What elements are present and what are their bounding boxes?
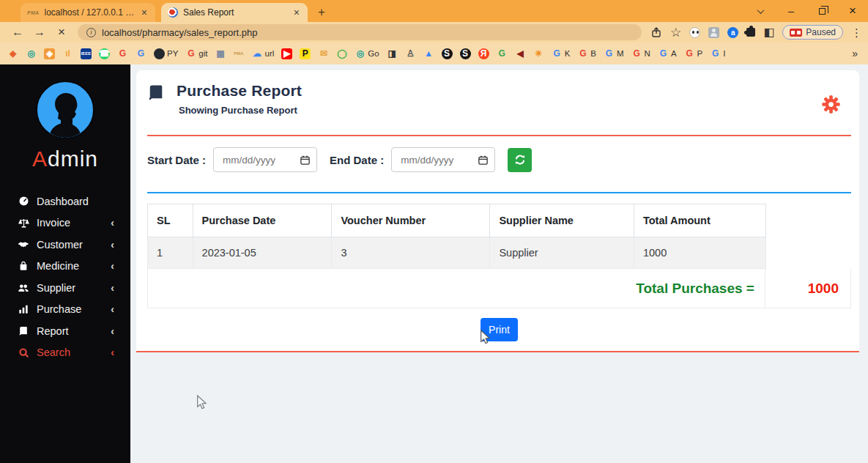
- bookmark-item[interactable]: IEEE: [81, 48, 92, 59]
- sidebar-item-invoice[interactable]: Invoice ‹: [16, 212, 130, 234]
- tab-title: localhost / 127.0.0.1 / pharmacy: [44, 7, 134, 18]
- bookmark-item[interactable]: ◯: [336, 48, 347, 59]
- sidebar-item-purchase[interactable]: Purchase ‹: [16, 299, 130, 321]
- sidebar-item-report[interactable]: Report ‹: [16, 320, 130, 342]
- bookmark-label: PY: [167, 49, 178, 58]
- col-header-voucher-number: Voucher Number: [332, 204, 490, 237]
- bookmark-label: P: [697, 49, 703, 58]
- bookmark-favicon: G: [710, 48, 721, 59]
- bookmark-item[interactable]: ◀: [515, 48, 526, 59]
- bookmark-item[interactable]: G: [117, 48, 128, 59]
- bookmark-item[interactable]: S: [442, 48, 453, 59]
- bookmark-favicon: ☎: [99, 48, 110, 59]
- minimize-icon[interactable]: –: [776, 0, 806, 22]
- extension-panda-icon[interactable]: [689, 27, 700, 38]
- bookmark-item[interactable]: ◈: [44, 48, 55, 59]
- kebab-menu-icon[interactable]: ⋮: [851, 27, 862, 38]
- site-info-icon[interactable]: i: [86, 28, 96, 37]
- chevron-left-icon: ‹: [111, 325, 114, 337]
- window-menu-icon[interactable]: [745, 0, 776, 22]
- settings-gear-icon[interactable]: [821, 95, 841, 114]
- bookmark-item[interactable]: PMA: [234, 48, 245, 59]
- bookmark-item[interactable]: ıl: [62, 48, 73, 59]
- bookmark-item[interactable]: ▦: [215, 48, 226, 59]
- bookmark-item[interactable]: GM: [604, 48, 624, 59]
- bookmark-item[interactable]: P: [300, 48, 311, 59]
- address-bar[interactable]: i localhost/pharmacy/sales_report.php: [78, 24, 642, 40]
- bookmark-item[interactable]: ☁url: [252, 48, 275, 59]
- sidebar-item-search[interactable]: Search ‹: [16, 342, 130, 364]
- print-button[interactable]: Print: [481, 318, 518, 341]
- end-date-input[interactable]: [391, 147, 495, 172]
- chevron-left-icon: ‹: [111, 260, 114, 272]
- bookmark-label: url: [265, 49, 275, 58]
- total-purchases-value: 1000: [765, 269, 850, 308]
- sidebar-item-customer[interactable]: Customer ‹: [16, 234, 130, 256]
- tab-close-icon[interactable]: ×: [140, 7, 149, 18]
- bookmark-favicon: ♙: [405, 48, 416, 59]
- bookmark-item[interactable]: ◎Go: [355, 48, 379, 59]
- refresh-button[interactable]: [508, 148, 532, 172]
- bookmark-favicon: ◆: [7, 48, 18, 59]
- bookmark-item[interactable]: ◨: [387, 48, 398, 59]
- bookmark-item[interactable]: GB: [577, 48, 596, 59]
- extension-a-icon[interactable]: a: [727, 27, 738, 38]
- bookmark-item[interactable]: G: [497, 48, 508, 59]
- sync-paused-button[interactable]: Paused: [782, 25, 843, 40]
- close-icon[interactable]: ×: [837, 0, 868, 22]
- bookmark-favicon: ◎: [26, 48, 37, 59]
- bookmark-item[interactable]: Я: [478, 48, 489, 59]
- bookmark-item[interactable]: GK: [552, 48, 571, 59]
- bookmark-item[interactable]: ☎: [99, 48, 110, 59]
- tab-sales-report[interactable]: Sales Report ×: [161, 3, 308, 22]
- gauge-icon: [16, 196, 31, 207]
- bookmark-favicon: ▶: [281, 48, 292, 59]
- sidebar-item-dashboard[interactable]: Dashboard ‹: [16, 190, 130, 212]
- browser-toolbar: ← → × i localhost/pharmacy/sales_report.…: [0, 22, 868, 42]
- paused-badge-icon: [790, 29, 802, 37]
- bookmark-item[interactable]: GA: [658, 48, 677, 59]
- bookmark-item[interactable]: ◎: [26, 48, 37, 59]
- sidebar-item-medicine[interactable]: Medicine ‹: [16, 256, 130, 278]
- bookmark-item[interactable]: ▲: [423, 48, 434, 59]
- restore-icon[interactable]: [806, 0, 837, 22]
- bookmark-item[interactable]: ✉: [318, 48, 329, 59]
- stop-icon[interactable]: ×: [53, 25, 70, 40]
- bookmark-item[interactable]: ◆: [7, 48, 18, 59]
- start-date-field[interactable]: [223, 155, 300, 166]
- bookmark-favicon: ☁: [252, 48, 263, 59]
- tab-close-icon[interactable]: ×: [292, 7, 301, 18]
- report-book-icon: [147, 84, 165, 102]
- bookmark-item[interactable]: S: [460, 48, 471, 59]
- calendar-icon[interactable]: [478, 155, 489, 166]
- bookmark-item[interactable]: ▶: [281, 48, 292, 59]
- new-tab-button[interactable]: +: [312, 3, 331, 22]
- sidebar-nav: Dashboard ‹ Invoice ‹ Customer ‹ Medicin…: [0, 190, 130, 363]
- end-date-field[interactable]: [401, 155, 478, 166]
- bookmark-item[interactable]: GN: [631, 48, 650, 59]
- back-icon[interactable]: ←: [9, 26, 26, 39]
- forward-icon[interactable]: →: [31, 26, 48, 39]
- bag-icon: [16, 261, 31, 271]
- bookmark-item[interactable]: G: [136, 48, 146, 59]
- sidebar-item-supplier[interactable]: Supplier ‹: [16, 277, 130, 299]
- tab-phpmyadmin[interactable]: PMA localhost / 127.0.0.1 / pharmacy ×: [21, 3, 155, 22]
- bookmark-star-icon[interactable]: ☆: [670, 26, 681, 39]
- start-date-input[interactable]: [213, 147, 317, 172]
- bookmark-item[interactable]: GP: [684, 48, 703, 59]
- extension-person-icon[interactable]: [708, 27, 719, 38]
- bookmark-item[interactable]: PY: [154, 48, 178, 59]
- extensions-puzzle-icon[interactable]: [746, 28, 755, 37]
- col-header-supplier-name: Supplier Name: [490, 204, 634, 237]
- bookmark-item[interactable]: GI: [710, 48, 725, 59]
- profile-icon[interactable]: ◧: [763, 26, 774, 38]
- chevron-left-icon: ‹: [111, 347, 114, 358]
- bookmark-item[interactable]: ☀: [533, 48, 544, 59]
- bookmark-item[interactable]: Ggit: [185, 48, 207, 59]
- bookmark-item[interactable]: ♙: [405, 48, 416, 59]
- calendar-icon[interactable]: [300, 155, 311, 166]
- bookmarks-overflow-icon[interactable]: »: [849, 48, 861, 59]
- total-row: Total Purchases = 1000: [147, 269, 851, 308]
- search-icon: [16, 347, 31, 358]
- share-icon[interactable]: [650, 26, 662, 38]
